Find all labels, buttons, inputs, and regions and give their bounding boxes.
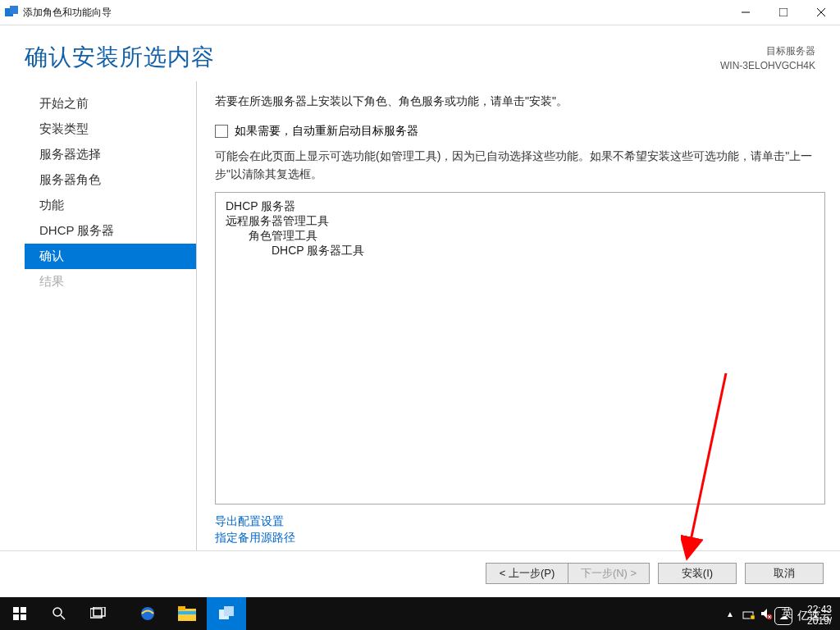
svg-rect-9 [13, 614, 19, 620]
list-item: 远程服务器管理工具 [226, 214, 815, 229]
list-item: DHCP 服务器工具 [226, 244, 815, 258]
svg-rect-17 [178, 606, 185, 610]
auto-restart-row: 如果需要，自动重新启动目标服务器 [215, 124, 825, 139]
svg-rect-1 [10, 6, 18, 14]
svg-rect-10 [21, 614, 26, 620]
svg-marker-23 [761, 609, 767, 619]
tray-overflow-icon[interactable]: ▲ [721, 609, 739, 619]
close-button[interactable] [802, 0, 840, 25]
svg-rect-8 [21, 607, 26, 613]
nav-item-install-type[interactable]: 安装类型 [25, 116, 196, 142]
svg-rect-18 [178, 611, 196, 614]
intro-text: 若要在所选服务器上安装以下角色、角色服务或功能，请单击"安装"。 [215, 94, 825, 109]
nav-item-server-roles[interactable]: 服务器角色 [25, 167, 196, 193]
volume-icon[interactable] [757, 607, 775, 620]
clock[interactable]: 22:43 2019/ [799, 600, 840, 628]
clock-time: 22:43 [807, 604, 832, 615]
svg-rect-7 [13, 607, 19, 613]
svg-rect-22 [751, 615, 755, 619]
next-button: 下一步(N) > [568, 563, 650, 584]
wizard-header: 确认安装所选内容 目标服务器 WIN-3ELOHVGCH4K [0, 25, 840, 81]
cancel-button[interactable]: 取消 [745, 563, 824, 584]
wizard-nav: 开始之前 安装类型 服务器选择 服务器角色 功能 DHCP 服务器 确认 结果 [25, 81, 197, 550]
taskbar-explorer[interactable] [167, 597, 207, 630]
nav-item-features[interactable]: 功能 [25, 193, 196, 218]
auto-restart-checkbox[interactable] [215, 125, 228, 138]
clock-date: 2019/ [807, 615, 832, 627]
install-button[interactable]: 安装(I) [658, 563, 737, 584]
start-button[interactable] [0, 597, 39, 630]
list-item: DHCP 服务器 [226, 199, 815, 214]
nav-item-results: 结果 [25, 269, 196, 294]
nav-item-dhcp[interactable]: DHCP 服务器 [25, 218, 196, 244]
auto-restart-label: 如果需要，自动重新启动目标服务器 [235, 124, 418, 139]
server-manager-icon [5, 6, 18, 19]
taskbar-server-manager[interactable] [207, 597, 246, 630]
note-text: 可能会在此页面上显示可选功能(如管理工具)，因为已自动选择这些功能。如果不希望安… [215, 147, 825, 184]
maximize-button[interactable] [765, 0, 802, 25]
export-config-link[interactable]: 导出配置设置 [215, 514, 825, 529]
svg-line-12 [61, 615, 65, 619]
titlebar: 添加角色和功能向导 [0, 0, 840, 25]
minimize-button[interactable] [727, 0, 765, 25]
svg-rect-20 [224, 606, 234, 616]
list-item: 角色管理工具 [226, 229, 815, 244]
taskbar-ie[interactable] [128, 597, 167, 630]
page-title: 确认安装所选内容 [25, 42, 215, 73]
wizard-footer: < 上一步(P) 下一步(N) > 安装(I) 取消 [0, 550, 840, 597]
task-view-button[interactable] [79, 597, 118, 630]
nav-item-server-select[interactable]: 服务器选择 [25, 142, 196, 167]
target-server-label: 目标服务器 [720, 43, 815, 58]
svg-rect-16 [178, 609, 196, 621]
back-button[interactable]: < 上一步(P) [486, 563, 568, 584]
network-icon[interactable] [739, 607, 757, 620]
wizard-body: 开始之前 安装类型 服务器选择 服务器角色 功能 DHCP 服务器 确认 结果 … [0, 81, 840, 550]
svg-point-11 [53, 608, 62, 616]
selection-listing: DHCP 服务器 远程服务器管理工具 角色管理工具 DHCP 服务器工具 [215, 192, 825, 504]
window-title: 添加角色和功能向导 [23, 6, 112, 20]
alt-source-link[interactable]: 指定备用源路径 [215, 531, 825, 546]
nav-item-confirm[interactable]: 确认 [25, 244, 196, 269]
svg-rect-3 [779, 8, 788, 16]
ime-indicator[interactable]: 英 [775, 606, 799, 621]
taskbar: ▲ 英 22:43 2019/ [0, 597, 840, 630]
nav-item-before[interactable]: 开始之前 [25, 91, 196, 116]
search-button[interactable] [39, 597, 79, 630]
target-server-value: WIN-3ELOHVGCH4K [720, 58, 815, 73]
target-server-info: 目标服务器 WIN-3ELOHVGCH4K [720, 43, 815, 73]
wizard-content: 若要在所选服务器上安装以下角色、角色服务或功能，请单击"安装"。 如果需要，自动… [197, 81, 832, 550]
